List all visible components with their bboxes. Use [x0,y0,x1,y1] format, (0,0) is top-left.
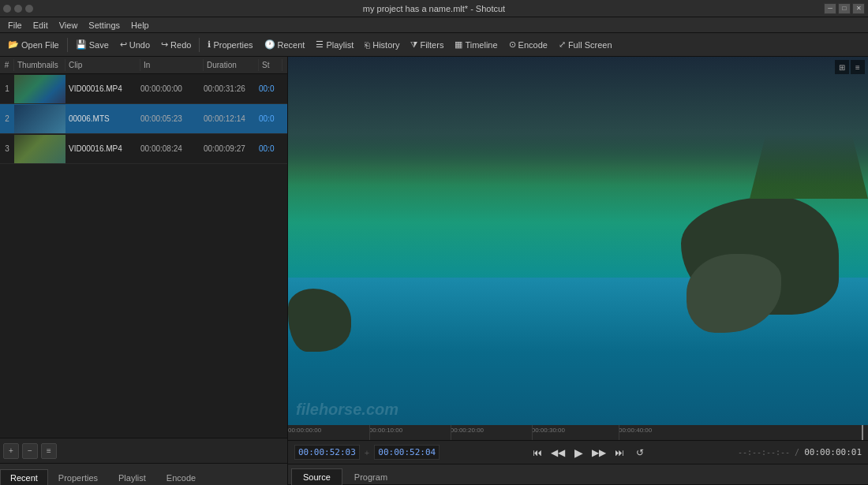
tab-source[interactable]: Source [291,468,342,485]
preview-video: filehorse.com [288,57,868,425]
transport-prev-frame[interactable]: ◀◀ [550,445,566,461]
save-icon: 💾 [76,39,87,50]
playlist-icon: ☰ [316,39,324,50]
mac-max-btn[interactable] [25,5,33,13]
clip-thumb-2 [14,105,65,133]
menu-edit[interactable]: Edit [28,19,53,32]
clip-row-3[interactable]: 3 VID00016.MP4 00:00:08:24 00:00:09:27 0… [0,134,287,164]
clip-list-header: # Thumbnails Clip In Duration St [0,57,287,74]
redo-icon: ↪ [161,39,168,50]
clip-name-2: 00006.MTS [65,114,140,123]
properties-button[interactable]: ℹ Properties [203,35,257,54]
clip-dur-2: 00:00:12:14 [204,114,259,123]
filters-label: Filters [420,40,443,50]
end-time-display: 00:00:00:01 [804,447,862,457]
clip-num-2: 2 [0,114,14,123]
preview-ruler: 00:00:00:00 00:00:10:00 00:00:20:00 00:0… [288,425,868,441]
menu-settings[interactable]: Settings [84,19,125,32]
timeline-button[interactable]: ▦ Timeline [450,35,502,54]
win-min-btn[interactable]: ─ [824,3,836,14]
ruler-mark-4: 00:00:40:00 [619,427,652,434]
transport-fast-forward[interactable]: ▶▶ [591,445,607,461]
ruler-mark-1: 00:00:10:00 [369,427,402,434]
tab-playlist[interactable]: Playlist [108,469,156,485]
menu-file[interactable]: File [3,19,27,32]
tab-encode[interactable]: Encode [156,469,206,485]
mac-close-btn[interactable] [3,5,11,13]
win-max-btn[interactable]: □ [838,3,851,14]
transport-play[interactable]: ▶ [571,445,586,461]
tab-program[interactable]: Program [342,468,399,485]
undo-button[interactable]: ↩ Undo [115,35,155,54]
ruler-mark-2: 00:00:20:00 [451,427,484,434]
transport-loop[interactable]: ↺ [632,445,648,461]
menu-bar: File Edit View Settings Help [0,17,868,33]
clip-num-1: 1 [0,84,14,93]
open-file-label: Open File [21,40,59,50]
add-clip-button[interactable]: + [3,443,19,459]
clip-in-1: 00:00:00:00 [140,84,204,93]
ruler-line-2 [451,425,451,440]
encode-icon: ⊙ [509,39,516,50]
col-thumbnails: Thumbnails [14,59,65,71]
title-bar: my project has a name.mlt* - Shotcut ─ □… [0,0,868,17]
open-file-button[interactable]: 📂 Open File [3,35,64,54]
recent-icon: 🕐 [264,39,275,50]
tab-recent[interactable]: Recent [0,469,48,485]
total-time-display: 00:00:52:04 [374,445,440,460]
col-st: St [259,59,282,71]
transport-controls: 00:00:52:03 + 00:00:52:04 ⏮ ◀◀ ▶ ▶▶ ⏭ ↺ … [288,441,868,464]
ruler-line-3 [532,425,533,440]
mac-controls [3,5,33,13]
preview-zoom-btn[interactable]: ⊞ [835,60,849,74]
save-button[interactable]: 💾 Save [71,35,114,54]
filters-button[interactable]: ⧩ Filters [406,35,448,54]
window-controls: ─ □ ✕ [824,3,865,14]
history-button[interactable]: ⎗ History [360,35,404,54]
save-label: Save [89,40,109,50]
toolbar: 📂 Open File 💾 Save ↩ Undo ↪ Redo ℹ Prope… [0,33,868,57]
recent-label: Recent [278,40,305,50]
ruler-mark-3: 00:00:30:00 [532,427,565,434]
mac-min-btn[interactable] [14,5,22,13]
clip-row-1[interactable]: 1 VID00016.MP4 00:00:00:00 00:00:31:26 0… [0,74,287,104]
transport-skip-end[interactable]: ⏭ [612,445,627,461]
properties-label: Properties [213,40,253,50]
left-tabs: Recent Properties Playlist Encode [0,463,287,485]
clip-in-2: 00:00:05:23 [140,114,204,123]
col-in: In [140,59,204,71]
clip-in-3: 00:00:08:24 [140,144,204,153]
window-title: my project has a name.mlt* - Shotcut [363,4,505,13]
toolbar-sep-2 [199,38,200,52]
toolbar-sep-1 [67,38,68,52]
redo-label: Redo [170,40,191,50]
win-close-btn[interactable]: ✕ [852,3,865,14]
menu-clip-button[interactable]: ≡ [41,443,57,459]
watermark: filehorse.com [296,401,398,419]
main-area: # Thumbnails Clip In Duration St 1 VID00… [0,57,868,485]
encode-button[interactable]: ⊙ Encode [504,35,552,54]
history-icon: ⎗ [365,40,370,50]
fullscreen-button[interactable]: ⤢ Full Screen [554,35,617,54]
playlist-button[interactable]: ☰ Playlist [311,35,358,54]
redo-button[interactable]: ↪ Redo [156,35,196,54]
encode-label: Encode [518,40,548,50]
clip-thumb-img-2 [14,105,65,133]
remove-clip-button[interactable]: − [22,443,38,459]
preview-settings-btn[interactable]: ≡ [851,60,865,74]
preview-overlay-icons: ⊞ ≡ [835,60,865,74]
clip-thumb-1 [14,75,65,103]
clip-list: # Thumbnails Clip In Duration St 1 VID00… [0,57,287,438]
transport-skip-start[interactable]: ⏮ [529,445,545,461]
left-panel: # Thumbnails Clip In Duration St 1 VID00… [0,57,288,485]
menu-help[interactable]: Help [126,19,154,32]
tab-properties[interactable]: Properties [48,469,108,485]
menu-view[interactable]: View [54,19,83,32]
preview-area: filehorse.com ⊞ ≡ [288,57,868,425]
clip-thumb-3 [14,135,65,163]
clip-dur-1: 00:00:31:26 [204,84,259,93]
left-bottom-controls: + − ≡ [0,438,287,463]
clip-row-2[interactable]: 2 00006.MTS 00:00:05:23 00:00:12:14 00:0 [0,104,287,134]
recent-button[interactable]: 🕐 Recent [260,35,310,54]
open-file-icon: 📂 [8,39,19,50]
